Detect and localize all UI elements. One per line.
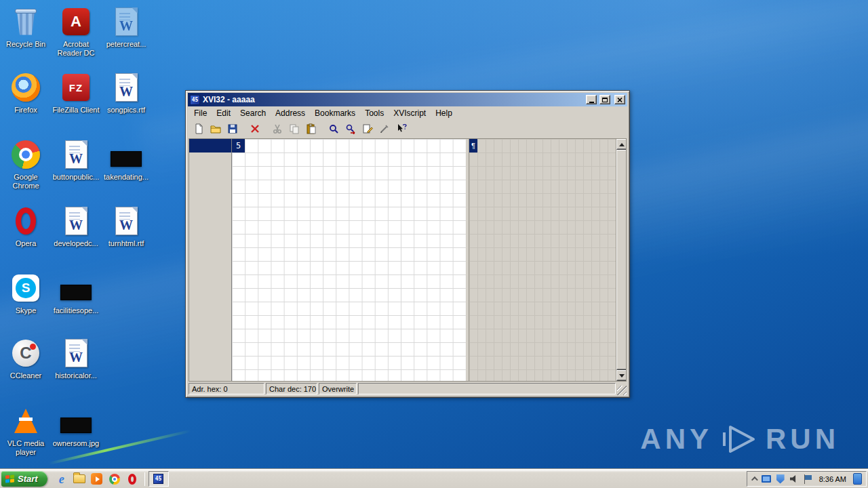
desktop-icon-ownersom[interactable]: ownersom.jpg (52, 405, 100, 448)
desktop-icon-historicalor[interactable]: W historicalor... (52, 337, 100, 380)
xvi32-app-icon: 45 (153, 474, 163, 484)
firefox-icon (1, 71, 50, 104)
help-pointer-icon (396, 123, 407, 134)
minimize-icon (589, 102, 594, 103)
watermark-text-any: ANY (640, 423, 713, 455)
opera-icon (1, 205, 50, 237)
word-document-icon: W (102, 5, 151, 38)
internet-explorer-icon: e (59, 473, 64, 485)
desktop-icon-ccleaner[interactable]: C CCleaner (1, 337, 50, 380)
desktop-icon-label: FileZilla Client (52, 106, 100, 115)
tray-clock[interactable]: 8:36 AM (818, 475, 848, 483)
filezilla-icon: FZ (52, 71, 100, 104)
edit-address-icon (362, 123, 373, 134)
word-document-icon: W (102, 71, 151, 104)
anyrun-play-logo (719, 424, 759, 455)
desktop-icon-label: Firefox (1, 106, 50, 115)
desktop-icon-acrobat[interactable]: A Acrobat Reader DC (52, 5, 100, 58)
taskbar-button-xvi32[interactable]: 45 (149, 471, 169, 487)
menu-address[interactable]: Address (271, 107, 310, 119)
desktop-icon-label: turnhtml.rtf (102, 239, 151, 248)
minimize-button[interactable] (586, 95, 597, 104)
desktop-icon-vlc[interactable]: VLC media player (1, 405, 50, 457)
quicklaunch-explorer-folder[interactable] (71, 471, 88, 487)
desktop-icon-skype[interactable]: S Skype (1, 272, 50, 315)
tray-status-icon[interactable] (776, 474, 785, 484)
delete-button[interactable] (247, 121, 262, 136)
tray-anyrun-icon[interactable] (853, 473, 862, 485)
find-button[interactable] (326, 121, 341, 136)
desktop-icon-recycle-bin[interactable]: Recycle Bin (1, 5, 50, 49)
image-file-icon (52, 272, 100, 304)
menu-bookmarks[interactable]: Bookmarks (310, 107, 360, 119)
menu-xviscript[interactable]: XVIscript (389, 107, 431, 119)
address-column[interactable] (189, 139, 232, 381)
menu-file[interactable]: File (189, 107, 212, 119)
desktop-icon-facilitiesope[interactable]: facilitiesope... (52, 272, 100, 315)
scroll-up-button[interactable] (616, 139, 627, 150)
desktop-icon-label: ownersom.jpg (52, 439, 100, 448)
tray-flag-icon[interactable] (804, 474, 812, 484)
tray-expand-icon[interactable] (751, 476, 758, 483)
quicklaunch-chrome[interactable] (106, 471, 123, 487)
desktop-icon-filezilla[interactable]: FZ FileZilla Client (52, 71, 100, 115)
menu-help[interactable]: Help (431, 107, 457, 119)
arrow-down-icon (619, 374, 625, 378)
hex-selected-cell[interactable]: 5 (232, 139, 245, 152)
desktop: { "desktop": { "icons": [ { "label": "Re… (0, 0, 868, 488)
tray-volume-icon[interactable] (790, 475, 799, 483)
quicklaunch-internet-explorer[interactable]: e (53, 471, 71, 487)
scroll-down-button[interactable] (616, 370, 627, 381)
text-grid-pane[interactable]: ¶ (469, 139, 616, 381)
folder-icon (73, 474, 85, 483)
desktop-icon-label: historicalor... (52, 371, 100, 380)
scrollbar-thumb[interactable] (616, 150, 627, 370)
desktop-icon-firefox[interactable]: Firefox (1, 71, 50, 115)
image-file-icon (52, 405, 100, 437)
resize-grip[interactable] (617, 386, 627, 395)
edit-address-button[interactable] (359, 121, 375, 136)
quicklaunch-opera[interactable] (123, 471, 141, 487)
desktop-icon-chrome[interactable]: Google Chrome (1, 138, 50, 190)
start-button[interactable]: Start (1, 471, 47, 487)
desktop-icon-developedc[interactable]: W developedc... (52, 205, 100, 248)
new-file-icon (193, 123, 204, 134)
word-document-icon: W (52, 138, 100, 171)
menu-search[interactable]: Search (235, 107, 271, 119)
maximize-button[interactable] (599, 95, 610, 104)
desktop-icon-label: Recycle Bin (1, 40, 50, 49)
open-file-button[interactable] (208, 121, 223, 136)
desktop-icon-label: facilitiesope... (52, 306, 100, 315)
skype-icon: S (1, 272, 50, 304)
menu-edit[interactable]: Edit (212, 107, 235, 119)
copy-button[interactable] (286, 121, 302, 136)
text-selected-cell[interactable]: ¶ (469, 139, 477, 152)
status-spacer (358, 383, 616, 394)
menu-tools[interactable]: Tools (360, 107, 389, 119)
desktop-icon-songpics[interactable]: W songpics.rtf (102, 71, 151, 115)
find-next-button[interactable] (342, 121, 358, 136)
tray-network-icon[interactable] (762, 475, 771, 483)
quicklaunch-media-player[interactable] (88, 471, 106, 487)
image-file-icon (102, 138, 151, 171)
xvi32-app-icon[interactable]: 45 (190, 95, 200, 105)
desktop-icon-opera[interactable]: Opera (1, 205, 50, 248)
close-button[interactable] (614, 95, 625, 104)
acrobat-icon: A (52, 5, 100, 38)
context-help-button[interactable] (393, 121, 409, 136)
paste-button[interactable] (303, 121, 319, 136)
save-file-button[interactable] (224, 121, 240, 136)
word-document-icon: W (52, 205, 100, 237)
desktop-icon-takendating[interactable]: takendating... (102, 138, 151, 182)
cut-button[interactable] (269, 121, 285, 136)
desktop-icon-petercreat[interactable]: W petercreat... (102, 5, 151, 49)
new-file-button[interactable] (191, 121, 206, 136)
desktop-icon-label: Acrobat Reader DC (52, 40, 100, 58)
desktop-icon-buttonpublic[interactable]: W buttonpublic... (52, 138, 100, 182)
titlebar[interactable]: 45 XVI32 - aaaaa (188, 93, 627, 106)
desktop-icon-label: developedc... (52, 239, 100, 248)
vertical-scrollbar[interactable] (616, 139, 627, 381)
hex-grid-pane[interactable]: 5 (232, 139, 466, 381)
desktop-icon-turnhtml[interactable]: W turnhtml.rtf (102, 205, 151, 248)
insert-button[interactable] (376, 121, 392, 136)
